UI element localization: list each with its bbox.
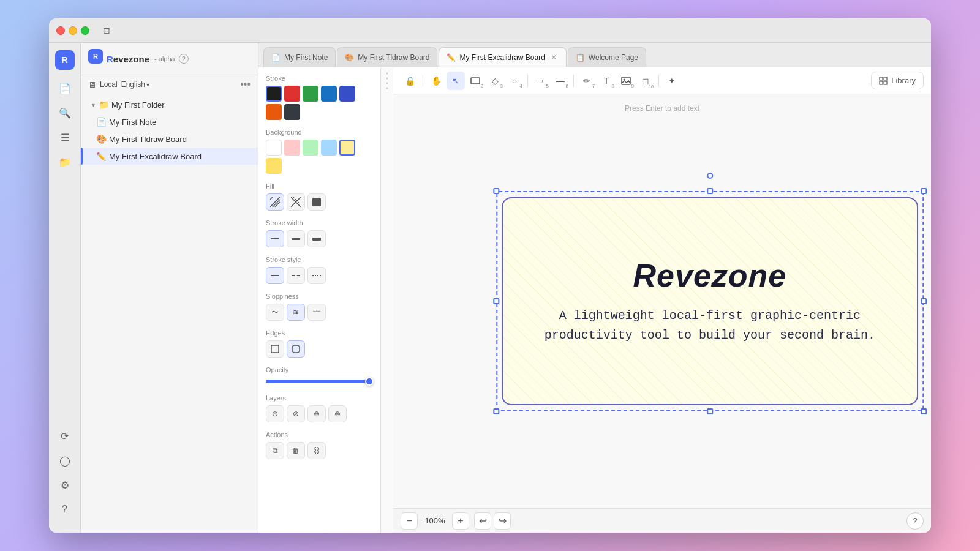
help-icon-btn[interactable]: ? [54, 498, 76, 520]
sloppiness-none-btn[interactable]: 〜 [266, 304, 284, 321]
diamond-tool-btn[interactable]: ◇ 3 [486, 72, 504, 90]
maximize-button[interactable] [81, 26, 89, 35]
bg-color-yellow-light[interactable] [339, 140, 355, 156]
layer-bring-forward-btn[interactable]: ⊛ [307, 405, 326, 422]
actions-options: ⧉ 🗑 ⛓ [266, 442, 373, 459]
stroke-color-navy[interactable] [339, 86, 355, 102]
handle-rotate[interactable] [707, 173, 713, 179]
arrow-tool-btn[interactable]: → 5 [532, 72, 550, 90]
minimize-button[interactable] [69, 26, 77, 35]
edges-sharp-btn[interactable] [266, 340, 284, 358]
list-icon-btn[interactable]: ☰ [54, 126, 76, 148]
stroke-color-blue[interactable] [321, 86, 337, 102]
new-file-icon-btn[interactable]: 📄 [54, 77, 76, 99]
handle-top-center[interactable] [707, 188, 713, 194]
github-icon-btn[interactable]: ◯ [54, 449, 76, 471]
tab-welcome[interactable]: 📋 Welcome Page [568, 47, 646, 67]
handle-top-right[interactable] [921, 188, 927, 194]
redo-button[interactable]: ↪ [494, 512, 511, 530]
handle-bottom-right[interactable] [921, 408, 927, 414]
tab-tldraw-icon: 🎨 [345, 53, 354, 62]
bottom-right: ? [907, 512, 924, 530]
fill-solid-btn[interactable] [307, 193, 326, 211]
bg-color-pink[interactable] [284, 140, 300, 156]
stroke-dotted-btn[interactable] [307, 267, 326, 284]
close-button[interactable] [56, 26, 65, 35]
stroke-color-black[interactable] [266, 86, 282, 102]
tree-item-excalidraw[interactable]: ✏️ My First Excalidraw Board ••• [81, 148, 258, 165]
handle-top-left[interactable] [493, 188, 499, 194]
panel-drag-handle[interactable] [381, 67, 393, 92]
sloppiness-high-btn[interactable]: 〰 [307, 304, 326, 321]
undo-button[interactable]: ↩ [474, 512, 491, 530]
tab-tldraw[interactable]: 🎨 My First Tldraw Board [337, 47, 437, 67]
bg-color-yellow[interactable] [266, 158, 282, 174]
ellipse-tool-btn[interactable]: ○ 4 [505, 72, 524, 90]
opacity-slider-track[interactable] [266, 380, 373, 383]
stroke-color-orange[interactable] [266, 104, 282, 120]
stroke-label: Stroke [266, 75, 373, 82]
extras-tool-btn[interactable]: ✦ [663, 72, 681, 90]
tab-excalidraw-close[interactable]: ✕ [549, 53, 559, 62]
hand-tool-btn[interactable]: ✋ [427, 72, 445, 90]
image-tool-btn[interactable]: 9 [617, 72, 635, 90]
handle-bottom-left[interactable] [493, 408, 499, 414]
zoom-out-button[interactable]: − [401, 512, 418, 530]
lock-tool-btn[interactable]: 🔒 [401, 72, 419, 90]
action-link-btn[interactable]: ⛓ [307, 442, 326, 459]
tab-excalidraw[interactable]: ✏️ My First Excalidraw Board ✕ [439, 47, 566, 67]
opacity-slider-thumb[interactable] [365, 377, 374, 386]
stroke-color-red[interactable] [284, 86, 300, 102]
layer-bring-to-front-btn[interactable]: ⊜ [328, 405, 347, 422]
stroke-thick-btn[interactable] [307, 230, 326, 247]
fill-cross-btn[interactable] [287, 193, 305, 211]
tree-folder[interactable]: ▾ 📁 My First Folder ••• [81, 96, 258, 113]
zoom-in-button[interactable]: + [452, 512, 469, 530]
bg-color-green[interactable] [303, 140, 318, 156]
action-delete-btn[interactable]: 🗑 [287, 442, 305, 459]
fill-hatch-btn[interactable] [266, 193, 284, 211]
svg-line-2 [275, 202, 280, 207]
layer-send-backward-btn[interactable]: ⊚ [287, 405, 305, 422]
settings-icon-btn[interactable]: ⚙ [54, 474, 76, 496]
stroke-color-dark[interactable] [284, 104, 300, 120]
rect-tool-btn[interactable]: 2 [466, 72, 484, 90]
tab-note[interactable]: 📄 My First Note [263, 47, 336, 67]
sidebar-logo: R [88, 49, 103, 64]
language-selector[interactable]: English ▾ [121, 80, 149, 89]
tab-tldraw-label: My First Tldraw Board [358, 53, 429, 62]
action-duplicate-btn[interactable]: ⧉ [266, 442, 284, 459]
select-tool-btn[interactable]: ↖ [447, 72, 465, 90]
canvas-column: 🔒 ✋ ↖ 2 ◇ 3 ○ 4 [393, 67, 931, 533]
layer-send-to-back-btn[interactable]: ⊙ [266, 405, 284, 422]
opacity-label: Opacity [266, 366, 373, 373]
canvas-area[interactable]: Press Enter to add text Revezone A light… [393, 94, 931, 508]
sloppiness-medium-btn[interactable]: ≋ [287, 304, 305, 321]
bg-color-blue[interactable] [321, 140, 337, 156]
library-button[interactable]: Library [871, 72, 924, 89]
pencil-tool-btn[interactable]: ✏ 7 [578, 72, 596, 90]
bg-color-none[interactable] [266, 140, 282, 156]
handle-middle-left[interactable] [493, 298, 499, 304]
stroke-color-green[interactable] [303, 86, 318, 102]
stroke-medium-btn[interactable] [287, 230, 305, 247]
stroke-thin-btn[interactable] [266, 230, 284, 247]
updates-icon-btn[interactable]: ⟳ [54, 425, 76, 447]
sidebar-toggle-button[interactable]: ⊟ [99, 23, 114, 38]
help-circle-icon[interactable]: ? [179, 54, 189, 64]
search-icon-btn[interactable]: 🔍 [54, 102, 76, 124]
stroke-solid-btn[interactable] [266, 267, 284, 284]
canvas-help-button[interactable]: ? [907, 512, 924, 530]
add-folder-icon-btn[interactable]: 📁 [54, 151, 76, 173]
tree-item-note[interactable]: 📄 My First Note ••• [81, 113, 258, 130]
stroke-dashed-btn[interactable] [287, 267, 305, 284]
location-more-button[interactable]: ••• [240, 79, 251, 90]
tree-item-tldraw[interactable]: 🎨 My First Tldraw Board ••• [81, 130, 258, 148]
line-tool-btn[interactable]: — 6 [551, 72, 570, 90]
text-tool-btn[interactable]: T 8 [597, 72, 616, 90]
handle-middle-right[interactable] [921, 298, 927, 304]
eraser-tool-btn[interactable]: ◻ 10 [636, 72, 655, 90]
edges-rounded-btn[interactable] [287, 340, 305, 358]
handle-bottom-center[interactable] [707, 408, 713, 414]
toolbar-sep-1 [423, 75, 423, 87]
